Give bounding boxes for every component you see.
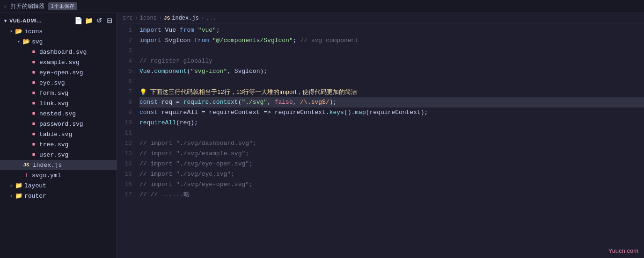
code-line: // import "./svg/dashboard.svg";	[139, 138, 644, 149]
sidebar-item-label: eye.svg	[39, 79, 65, 86]
breadcrumb-sep: ›	[201, 15, 204, 22]
folder-icon: 📂	[22, 38, 30, 45]
collapse-icon[interactable]: ⊟	[105, 17, 114, 24]
sidebar-item-eye-svg[interactable]: ■ eye.svg	[0, 78, 117, 88]
code-line: // import "./svg/example.svg";	[139, 149, 644, 159]
sidebar-item-label: dashboard.svg	[39, 49, 87, 56]
code-line: // import "./svg/eye.svg";	[139, 169, 644, 179]
sidebar-item-label: svgo.yml	[32, 172, 61, 179]
sidebar-item-svgo-yml[interactable]: ! svgo.yml	[0, 170, 117, 180]
code-line	[139, 46, 644, 56]
sidebar-item-dashboard-svg[interactable]: ■ dashboard.svg	[0, 47, 117, 57]
section-header-icons: 📄 📁 ↺ ⊟	[74, 17, 117, 24]
breadcrumb-ellipsis: ...	[206, 15, 216, 22]
sidebar-item-label: svg	[32, 38, 43, 45]
sidebar-item-label: user.svg	[39, 151, 68, 158]
open-editors-label: 打开的编辑器	[11, 2, 44, 10]
editor-area: src › icons › JS index.js › ... 12345 67…	[117, 13, 644, 258]
code-line: // register globally	[139, 56, 644, 66]
code-line: // import "./svg/eye-open.svg";	[139, 179, 644, 190]
code-line: // import "./svg/eye-open.svg";	[139, 159, 644, 169]
breadcrumb-sep: ›	[135, 15, 138, 22]
folder-arrow-icon: ▾	[7, 29, 15, 34]
breadcrumb-sep: ›	[159, 15, 162, 22]
breadcrumb: src › icons › JS index.js › ...	[117, 13, 644, 23]
sidebar-item-label: form.svg	[39, 90, 68, 97]
sidebar-item-nested-svg[interactable]: ■ nested.svg	[0, 108, 117, 119]
section-title: VUE-ADMi...	[9, 18, 42, 23]
sidebar-item-label: router	[24, 193, 46, 200]
folder-icon: 📂	[15, 28, 22, 35]
file-icon: ■	[30, 69, 37, 76]
js-file-icon: JS	[22, 161, 30, 169]
code-line	[139, 77, 644, 87]
yaml-file-icon: !	[22, 172, 30, 179]
refresh-icon[interactable]: ↺	[95, 17, 103, 24]
sidebar-item-label: example.svg	[39, 59, 80, 66]
file-icon: ■	[30, 58, 37, 66]
folder-arrow-icon: ▷	[7, 193, 15, 199]
section-arrow-icon: ▾	[2, 18, 9, 23]
sidebar-item-label: icons	[24, 28, 43, 35]
top-bar: ▷ 打开的编辑器 1个未保存	[0, 0, 644, 13]
sidebar-item-label: tree.svg	[39, 141, 68, 148]
new-file-icon[interactable]: 📄	[74, 17, 83, 24]
sidebar-item-link-svg[interactable]: ■ link.svg	[0, 98, 117, 108]
breadcrumb-src: src	[123, 15, 133, 22]
file-icon: ■	[30, 120, 37, 128]
breadcrumb-filename: index.js	[172, 15, 199, 22]
code-line: 💡 下面这三行代码就相当于12行，13行等一大堆的import，使得代码更加的简…	[139, 87, 644, 97]
breadcrumb-js-badge: JS	[164, 15, 170, 21]
unsaved-badge: 1个未保存	[48, 2, 77, 10]
code-line: // // ......略	[139, 190, 644, 200]
sidebar-item-layout[interactable]: ▷ 📁 layout	[0, 180, 117, 191]
sidebar-item-label: link.svg	[39, 100, 68, 107]
code-line: import SvgIcon from "@/components/SvgIco…	[139, 36, 644, 46]
sidebar-item-svg[interactable]: ▾ 📂 svg	[0, 36, 117, 47]
sidebar: ▾ VUE-ADMi... 📄 📁 ↺ ⊟ ▾ 📂 icons ▾ 📂 svg …	[0, 13, 117, 258]
code-line: requireAll(req);	[139, 118, 644, 128]
line-numbers: 12345 678910 1112131415 1617	[117, 23, 138, 258]
sidebar-item-form-svg[interactable]: ■ form.svg	[0, 88, 117, 98]
file-icon: ■	[30, 110, 37, 117]
breadcrumb-icons: icons	[140, 15, 157, 22]
file-icon: ■	[30, 151, 37, 158]
file-icon: ■	[30, 89, 37, 97]
folder-icon: 📁	[15, 182, 22, 189]
new-folder-icon[interactable]: 📁	[85, 17, 93, 24]
main-layout: ▾ VUE-ADMi... 📄 📁 ↺ ⊟ ▾ 📂 icons ▾ 📂 svg …	[0, 13, 644, 258]
code-line: Vue.component("svg-icon", SvgIcon);	[139, 66, 644, 77]
folder-arrow-icon: ▷	[7, 183, 15, 188]
sidebar-item-tree-svg[interactable]: ■ tree.svg	[0, 139, 117, 150]
sidebar-item-password-svg[interactable]: ■ password.svg	[0, 119, 117, 129]
sidebar-section-header[interactable]: ▾ VUE-ADMi... 📄 📁 ↺ ⊟	[0, 15, 117, 26]
folder-icon: 📁	[15, 192, 22, 200]
code-lines: import Vue from "vue"; import SvgIcon fr…	[138, 23, 644, 258]
sidebar-item-table-svg[interactable]: ■ table.svg	[0, 129, 117, 139]
code-line: const requireAll = requireContext => req…	[139, 108, 644, 118]
code-line: import Vue from "vue";	[139, 25, 644, 36]
chevron-right-icon: ▷	[4, 3, 7, 9]
file-icon: ■	[30, 48, 37, 56]
sidebar-item-example-svg[interactable]: ■ example.svg	[0, 57, 117, 67]
sidebar-item-label: table.svg	[39, 131, 72, 138]
sidebar-item-eye-open-svg[interactable]: ■ eye-open.svg	[0, 67, 117, 78]
sidebar-item-index-js[interactable]: JS index.js	[0, 160, 117, 170]
sidebar-item-user-svg[interactable]: ■ user.svg	[0, 150, 117, 160]
file-icon: ■	[30, 79, 37, 86]
code-line	[139, 128, 644, 138]
sidebar-item-label: layout	[24, 182, 46, 189]
code-container: 12345 678910 1112131415 1617 import Vue …	[117, 23, 644, 258]
sidebar-item-router[interactable]: ▷ 📁 router	[0, 191, 117, 201]
file-icon: ■	[30, 100, 37, 107]
sidebar-item-label: index.js	[33, 162, 62, 169]
sidebar-item-label: nested.svg	[39, 110, 76, 117]
sidebar-item-label: password.svg	[39, 121, 83, 128]
sidebar-item-label: eye-open.svg	[39, 69, 83, 76]
file-icon: ■	[30, 130, 37, 138]
folder-arrow-icon: ▾	[15, 39, 22, 44]
file-icon: ■	[30, 141, 37, 148]
code-line: const req = require.context("./svg", fal…	[139, 97, 644, 108]
sidebar-item-icons[interactable]: ▾ 📂 icons	[0, 26, 117, 36]
